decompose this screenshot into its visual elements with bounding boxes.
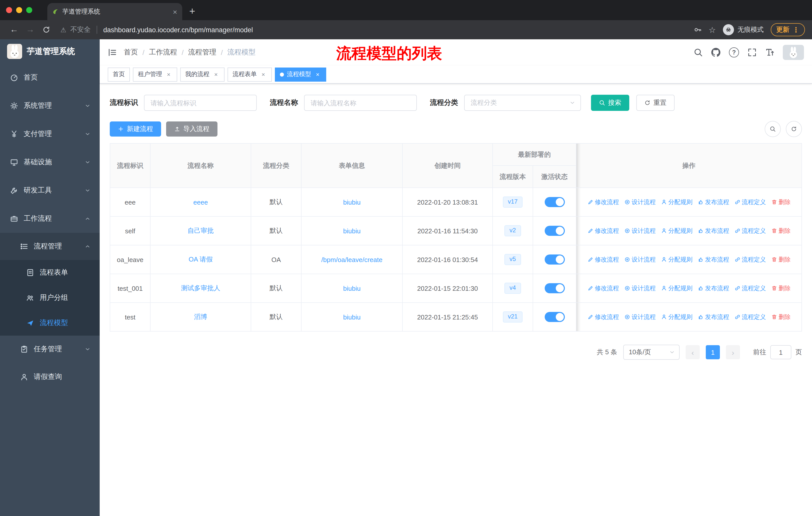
- delete-process-link[interactable]: 删除: [771, 226, 791, 235]
- toggle-search-button[interactable]: [765, 121, 781, 137]
- process-name-link[interactable]: OA 请假: [188, 255, 212, 263]
- active-toggle[interactable]: [545, 226, 564, 236]
- security-label[interactable]: 不安全: [70, 25, 91, 34]
- modify-process-link[interactable]: 修改流程: [587, 226, 619, 235]
- design-process-link[interactable]: 设计流程: [624, 255, 656, 264]
- search-button[interactable]: 搜索: [591, 95, 629, 111]
- sidebar-item-task-management[interactable]: 任务管理: [0, 335, 100, 363]
- breadcrumb-item[interactable]: 工作流程: [149, 48, 177, 57]
- process-name-input[interactable]: [304, 95, 417, 111]
- modify-process-link[interactable]: 修改流程: [587, 284, 619, 293]
- sidebar-collapse-icon[interactable]: [108, 48, 117, 57]
- chrome-update-button[interactable]: 更新 ⋮: [771, 23, 805, 36]
- form-info-link[interactable]: biubiu: [343, 198, 360, 206]
- version-badge[interactable]: v5: [504, 254, 521, 265]
- back-button[interactable]: ←: [7, 23, 21, 37]
- process-name-link[interactable]: eeee: [193, 198, 208, 206]
- tag-tenant[interactable]: 租户管理×: [133, 67, 177, 81]
- sidebar-item-process-form[interactable]: 流程表单: [0, 260, 100, 285]
- window-minimize-button[interactable]: [16, 7, 22, 13]
- delete-process-link[interactable]: 删除: [771, 284, 791, 293]
- window-close-button[interactable]: [6, 7, 12, 13]
- tag-close-icon[interactable]: ×: [260, 71, 267, 78]
- tab-close-icon[interactable]: ×: [173, 7, 177, 16]
- form-info-link[interactable]: /bpm/oa/leave/create: [321, 256, 383, 263]
- sidebar-item-leave-query[interactable]: 请假查询: [0, 363, 100, 391]
- version-badge[interactable]: v4: [504, 283, 521, 294]
- password-key-icon[interactable]: [693, 26, 701, 34]
- sidebar-item-system[interactable]: 系统管理: [0, 92, 100, 120]
- process-definition-link[interactable]: 流程定义: [734, 284, 766, 293]
- publish-process-link[interactable]: 发布流程: [697, 284, 729, 293]
- bookmark-star-icon[interactable]: ☆: [708, 25, 716, 34]
- sidebar-item-infrastructure[interactable]: 基础设施: [0, 148, 100, 176]
- publish-process-link[interactable]: 发布流程: [697, 313, 729, 321]
- tag-process-form[interactable]: 流程表单×: [228, 67, 272, 81]
- page-size-select[interactable]: 10条/页: [623, 345, 679, 360]
- new-tab-button[interactable]: +: [182, 5, 202, 20]
- tag-close-icon[interactable]: ×: [212, 71, 220, 78]
- refresh-table-button[interactable]: [786, 121, 802, 137]
- design-process-link[interactable]: 设计流程: [624, 198, 656, 206]
- sidebar-item-process-management[interactable]: 流程管理: [0, 233, 100, 260]
- tag-process-model[interactable]: 流程模型×: [275, 67, 326, 81]
- github-icon[interactable]: [711, 48, 720, 57]
- active-toggle[interactable]: [545, 283, 564, 293]
- process-category-select[interactable]: 流程分类: [464, 95, 581, 111]
- assign-rule-link[interactable]: 分配规则: [661, 198, 692, 206]
- assign-rule-link[interactable]: 分配规则: [661, 284, 692, 293]
- publish-process-link[interactable]: 发布流程: [697, 226, 729, 235]
- version-badge[interactable]: v21: [503, 311, 523, 322]
- fullscreen-icon[interactable]: [748, 48, 757, 57]
- assign-rule-link[interactable]: 分配规则: [661, 313, 692, 321]
- tag-close-icon[interactable]: ×: [165, 71, 172, 78]
- form-info-link[interactable]: biubiu: [343, 284, 360, 292]
- assign-rule-link[interactable]: 分配规则: [661, 255, 692, 264]
- process-name-link[interactable]: 自己审批: [187, 227, 214, 234]
- process-definition-link[interactable]: 流程定义: [734, 255, 766, 264]
- help-icon[interactable]: ?: [729, 47, 739, 57]
- sidebar-item-workflow[interactable]: 工作流程: [0, 205, 100, 233]
- current-page-button[interactable]: 1: [706, 345, 720, 359]
- design-process-link[interactable]: 设计流程: [624, 313, 656, 321]
- process-definition-link[interactable]: 流程定义: [734, 226, 766, 235]
- process-name-link[interactable]: 测试多审批人: [181, 284, 220, 292]
- process-definition-link[interactable]: 流程定义: [734, 313, 766, 321]
- active-toggle[interactable]: [545, 197, 564, 207]
- modify-process-link[interactable]: 修改流程: [587, 255, 619, 264]
- app-logo[interactable]: 芋道管理系统: [0, 39, 100, 63]
- prev-page-button[interactable]: ‹: [686, 345, 700, 359]
- breadcrumb-item[interactable]: 首页: [124, 48, 138, 57]
- design-process-link[interactable]: 设计流程: [624, 284, 656, 293]
- version-badge[interactable]: v2: [504, 225, 521, 236]
- publish-process-link[interactable]: 发布流程: [697, 255, 729, 264]
- import-process-button[interactable]: 导入流程: [166, 121, 218, 137]
- sidebar-item-payment[interactable]: 支付管理: [0, 120, 100, 148]
- form-info-link[interactable]: biubiu: [343, 227, 360, 235]
- design-process-link[interactable]: 设计流程: [624, 226, 656, 235]
- breadcrumb-item[interactable]: 流程管理: [188, 48, 216, 57]
- assign-rule-link[interactable]: 分配规则: [661, 226, 692, 235]
- sidebar-item-home[interactable]: 首页: [0, 63, 100, 92]
- sidebar-item-devtools[interactable]: 研发工具: [0, 176, 100, 205]
- process-id-input[interactable]: [144, 95, 257, 111]
- version-badge[interactable]: v17: [503, 196, 523, 207]
- tag-close-icon[interactable]: ×: [314, 71, 321, 78]
- sidebar-item-user-group[interactable]: 用户分组: [0, 285, 100, 310]
- user-avatar[interactable]: [783, 45, 804, 60]
- form-info-link[interactable]: biubiu: [343, 313, 360, 321]
- chrome-menu-icon[interactable]: ⋮: [792, 26, 800, 34]
- tag-home[interactable]: 首页: [108, 67, 130, 81]
- url-text[interactable]: dashboard.yudao.iocoder.cn/bpm/manager/m…: [103, 26, 253, 33]
- modify-process-link[interactable]: 修改流程: [587, 313, 619, 321]
- reload-button[interactable]: [39, 23, 53, 37]
- active-toggle[interactable]: [545, 312, 564, 322]
- window-zoom-button[interactable]: [26, 7, 32, 13]
- sidebar-item-process-model[interactable]: 流程模型: [0, 310, 100, 335]
- publish-process-link[interactable]: 发布流程: [697, 198, 729, 206]
- goto-page-input[interactable]: [770, 345, 791, 359]
- browser-tab[interactable]: 芋道管理系统 ×: [47, 3, 182, 20]
- modify-process-link[interactable]: 修改流程: [587, 198, 619, 206]
- search-icon[interactable]: [694, 48, 703, 57]
- process-name-link[interactable]: 滔博: [194, 313, 207, 321]
